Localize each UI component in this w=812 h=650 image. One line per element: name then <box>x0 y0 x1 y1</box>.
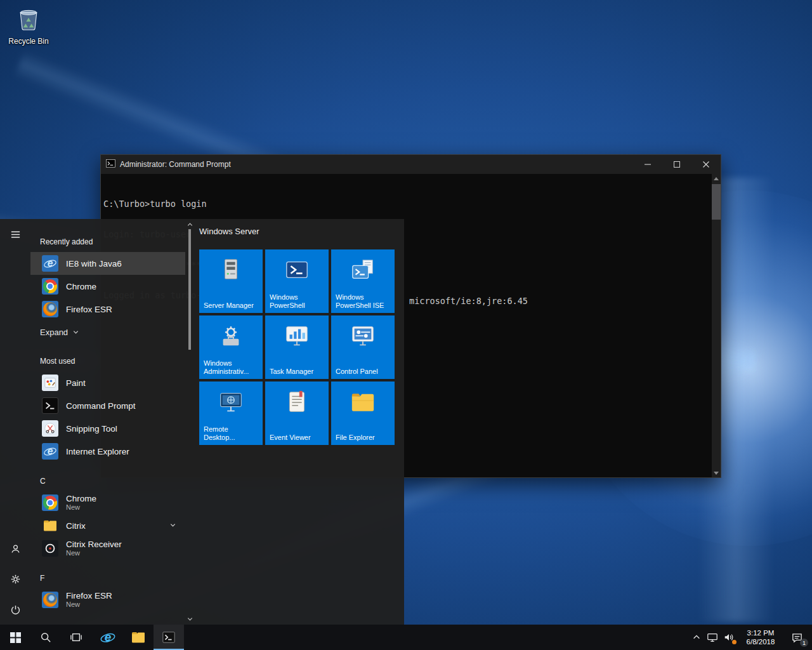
app-item-firefox-esr[interactable]: Firefox ESR <box>30 298 185 321</box>
app-list-section-header: Recently added <box>30 219 185 252</box>
chevron-up-icon <box>692 633 701 642</box>
tile-windows-powershell[interactable]: Windows PowerShell <box>265 249 329 313</box>
start-button[interactable] <box>0 625 30 650</box>
hamburger-menu-button[interactable] <box>0 219 30 249</box>
minimize-button[interactable] <box>633 155 662 174</box>
app-item-firefox-esr-new[interactable]: Firefox ESR New <box>30 588 185 611</box>
paint-icon <box>42 375 58 391</box>
app-list-section-header: C <box>30 463 185 491</box>
tile-remote-desktop[interactable]: Remote Desktop... <box>199 381 263 445</box>
taskbar-command-prompt[interactable] <box>154 625 184 650</box>
app-item-internet-explorer[interactable]: e Internet Explorer <box>30 440 185 463</box>
task-manager-icon <box>265 323 329 350</box>
window-controls <box>633 155 721 174</box>
snipping-tool-icon <box>42 420 58 437</box>
new-badge: New <box>66 600 112 609</box>
new-badge: New <box>66 503 96 512</box>
scroll-up-icon[interactable] <box>712 174 721 183</box>
app-list-scrollbar[interactable] <box>185 219 194 625</box>
close-button[interactable] <box>691 155 721 174</box>
app-list-scrollbar-thumb[interactable] <box>188 229 191 350</box>
taskbar-internet-explorer[interactable]: e <box>93 625 123 650</box>
network-icon <box>707 632 718 643</box>
start-app-list: Recently added e IE8 with Java6 Chrome F… <box>30 219 185 625</box>
tray-volume[interactable] <box>721 625 737 650</box>
recycle-bin-label: Recycle Bin <box>4 37 53 46</box>
tile-grid: Server Manager Windows PowerShell Window… <box>199 249 395 445</box>
taskbar: e 3:12 PM 6/8/2018 1 <box>0 625 812 650</box>
taskbar-file-explorer[interactable] <box>123 625 154 650</box>
file-explorer-icon <box>331 389 395 416</box>
power-icon <box>10 604 21 615</box>
tile-event-viewer[interactable]: Event Viewer <box>265 381 329 445</box>
tile-control-panel[interactable]: Control Panel <box>331 315 395 379</box>
window-title: Administrator: Command Prompt <box>120 160 231 169</box>
control-panel-icon <box>331 323 395 350</box>
action-center-button[interactable]: 1 <box>784 625 809 650</box>
app-item-chrome-new[interactable]: Chrome New <box>30 491 185 514</box>
app-item-paint[interactable]: Paint <box>30 371 185 394</box>
scroll-down-icon[interactable] <box>186 616 193 623</box>
windows-logo-icon <box>10 632 21 643</box>
citrix-receiver-icon <box>42 540 58 557</box>
powershell-icon <box>265 257 329 284</box>
settings-button[interactable] <box>0 564 30 594</box>
maximize-button[interactable] <box>662 155 691 174</box>
tile-windows-administrative-tools[interactable]: Windows Administrativ... <box>199 315 263 379</box>
tile-task-manager[interactable]: Task Manager <box>265 315 329 379</box>
firefox-icon <box>42 592 58 608</box>
gear-icon <box>10 574 21 585</box>
cmd-scrollbar[interactable] <box>712 174 721 477</box>
app-item-citrix-receiver[interactable]: Citrix Receiver New <box>30 537 185 560</box>
power-button[interactable] <box>0 594 30 625</box>
user-account-button[interactable] <box>0 533 30 564</box>
clock-time: 3:12 PM <box>747 628 775 637</box>
tray-show-hidden-icons[interactable] <box>689 625 704 650</box>
notification-count-badge: 1 <box>800 639 808 647</box>
app-item-command-prompt[interactable]: Command Prompt <box>30 394 185 417</box>
app-item-citrix-folder[interactable]: Citrix <box>30 514 185 537</box>
scroll-up-icon[interactable] <box>186 221 193 228</box>
new-badge: New <box>66 549 122 557</box>
taskbar-clock[interactable]: 3:12 PM 6/8/2018 <box>737 625 784 650</box>
tile-server-manager[interactable]: Server Manager <box>199 249 263 313</box>
start-menu-rail <box>0 219 30 625</box>
cmd-window-icon <box>106 159 115 171</box>
tile-group-label: Windows Server <box>199 227 259 236</box>
chrome-icon <box>42 278 58 295</box>
task-view-button[interactable] <box>61 625 91 650</box>
start-tiles-pane: Windows Server Server Manager Windows Po… <box>194 219 404 625</box>
tray-network[interactable] <box>704 625 721 650</box>
maximize-icon <box>674 161 680 168</box>
taskbar-search-button[interactable] <box>30 625 61 650</box>
command-prompt-icon <box>162 630 176 644</box>
app-item-ie8-with-java6[interactable]: e IE8 with Java6 <box>30 252 185 275</box>
system-tray: 3:12 PM 6/8/2018 1 <box>689 625 812 650</box>
cmd-scrollbar-thumb[interactable] <box>712 184 721 220</box>
desktop: Recycle Bin Administrator: Command Promp… <box>0 0 812 650</box>
recycle-bin[interactable]: Recycle Bin <box>4 4 53 46</box>
hamburger-icon <box>10 229 21 240</box>
cmd-output-fragment: microsoft/ie:8,jre:6.45 <box>409 296 528 306</box>
cmd-line: C:\Turbo>turbo login <box>103 199 712 209</box>
server-manager-icon <box>199 257 263 284</box>
tile-file-explorer[interactable]: File Explorer <box>331 381 395 445</box>
internet-explorer-icon: e <box>42 255 58 272</box>
recycle-bin-icon <box>15 24 43 35</box>
expand-button[interactable]: Expand <box>30 321 185 343</box>
app-item-snipping-tool[interactable]: Snipping Tool <box>30 417 185 440</box>
file-explorer-icon <box>131 630 146 645</box>
chevron-down-icon <box>72 329 79 336</box>
chevron-down-icon[interactable] <box>169 520 176 531</box>
remote-desktop-icon <box>199 389 263 416</box>
close-icon <box>703 161 709 168</box>
task-view-icon <box>70 632 82 643</box>
cmd-titlebar[interactable]: Administrator: Command Prompt <box>101 155 721 174</box>
internet-explorer-icon: e <box>100 630 115 645</box>
scroll-down-icon[interactable] <box>712 468 721 477</box>
tile-windows-powershell-ise[interactable]: Windows PowerShell ISE <box>331 249 395 313</box>
app-item-chrome[interactable]: Chrome <box>30 275 185 298</box>
user-icon <box>10 543 21 554</box>
powershell-ise-icon <box>331 257 395 284</box>
app-list-section-header: F <box>30 560 185 588</box>
